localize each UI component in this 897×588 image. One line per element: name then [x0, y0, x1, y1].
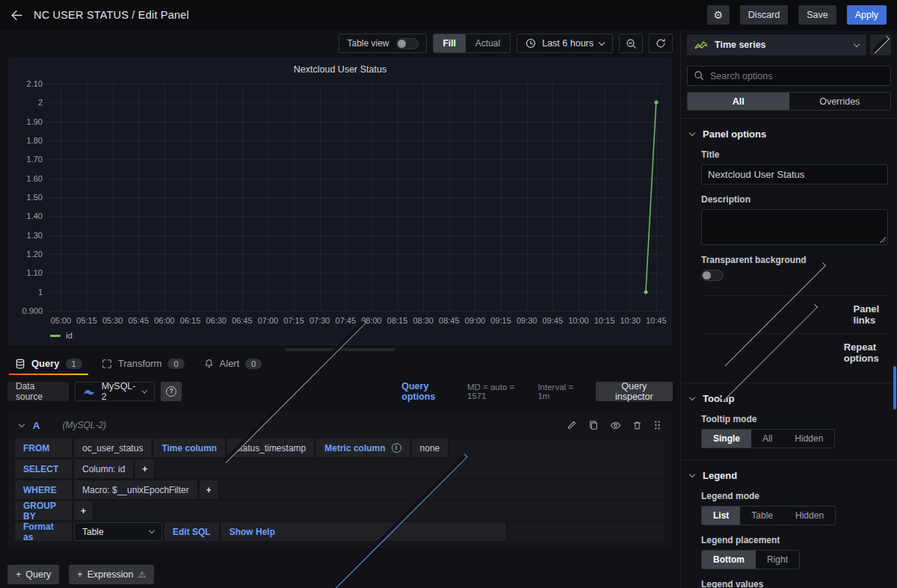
edit-pencil-icon[interactable]: [567, 420, 577, 430]
back-arrow-icon[interactable]: [10, 9, 23, 22]
plot-inner: [47, 84, 663, 311]
repeat-options-row[interactable]: Repeat options: [701, 333, 888, 371]
panel-description-textarea[interactable]: [701, 209, 888, 245]
query-row-header[interactable]: A (MySQL-2): [15, 414, 665, 436]
legend-placement-right[interactable]: Right: [756, 551, 799, 569]
y-tick-label: 1: [38, 288, 43, 297]
discard-button[interactable]: Discard: [740, 5, 788, 25]
x-tick-label: 07:15: [283, 316, 304, 325]
time-range-picker[interactable]: Last 6 hours: [517, 34, 613, 53]
panel-title-input[interactable]: [701, 164, 888, 185]
chevron-down-icon: [142, 387, 148, 393]
add-query-button[interactable]: + Query: [7, 565, 59, 584]
query-options-row: Query options MD = auto = 1571 Interval …: [195, 381, 584, 402]
plus-icon: +: [206, 485, 212, 495]
show-help-button[interactable]: Show Help: [221, 522, 506, 541]
options-scroll-area[interactable]: Panel options Title Description Transpar…: [681, 118, 897, 588]
where-macro-value[interactable]: Macro: $__unixEpochFilter: [74, 480, 197, 499]
settings-gear-button[interactable]: ⚙: [707, 5, 730, 25]
refresh-button[interactable]: [649, 34, 673, 53]
collapse-pane-button[interactable]: [870, 34, 891, 55]
scrollbar-thumb[interactable]: [893, 366, 896, 409]
legend-series-label[interactable]: id: [66, 331, 73, 340]
hide-eye-icon[interactable]: [610, 420, 621, 431]
from-table-value[interactable]: oc_user_status: [74, 439, 151, 457]
tab-all[interactable]: All: [688, 93, 789, 110]
info-circle-icon: i: [392, 443, 401, 453]
duplicate-copy-icon[interactable]: [588, 420, 599, 430]
main-area: Table view Fill Actual Last 6 hours: [0, 30, 897, 588]
drag-handle-icon[interactable]: [653, 420, 661, 430]
tab-overrides[interactable]: Overrides: [789, 93, 891, 110]
table-view-toggle[interactable]: [396, 38, 419, 49]
tooltip-header[interactable]: Tooltip: [690, 393, 888, 404]
all-overrides-tabs: All Overrides: [687, 92, 891, 111]
groupby-add-button[interactable]: +: [74, 501, 93, 520]
metric-column-value[interactable]: none: [412, 439, 449, 457]
delete-trash-icon[interactable]: [632, 421, 642, 430]
edit-sql-button[interactable]: Edit SQL: [164, 522, 219, 541]
tab-alert[interactable]: Alert 0: [197, 355, 270, 375]
metric-column-label[interactable]: Metric column i: [316, 439, 409, 457]
tab-alert-label: Alert: [220, 358, 240, 369]
toggle-knob: [703, 271, 711, 279]
apply-button[interactable]: Apply: [847, 5, 887, 25]
legend-mode-group: List Table Hidden: [701, 506, 836, 525]
search-options-input[interactable]: [687, 66, 891, 86]
save-button[interactable]: Save: [798, 5, 836, 25]
sql-where-row: WHERE Macro: $__unixEpochFilter +: [15, 480, 665, 499]
x-tick-label: 08:30: [413, 316, 434, 325]
x-tick-label: 06:30: [206, 316, 226, 325]
data-point[interactable]: [654, 101, 658, 105]
query-options-link[interactable]: Query options: [401, 381, 460, 402]
legend-header[interactable]: Legend: [690, 470, 888, 481]
where-add-button[interactable]: +: [200, 480, 218, 499]
x-tick-label: 10:15: [594, 316, 615, 325]
left-column: Table view Fill Actual Last 6 hours: [0, 30, 680, 588]
time-column-label[interactable]: Time column: [153, 439, 225, 457]
legend-series-color: [50, 335, 61, 337]
x-tick-label: 08:45: [439, 316, 460, 325]
select-column-value[interactable]: Column: id: [74, 459, 133, 478]
panel-options-title: Panel options: [703, 129, 766, 140]
toggle-knob: [398, 40, 406, 48]
legend-mode-table[interactable]: Table: [740, 507, 784, 524]
series-line-svg: [47, 84, 663, 311]
actual-option[interactable]: Actual: [466, 34, 510, 52]
tooltip-content: Tooltip mode Single All Hidden: [690, 414, 888, 448]
visualization-picker[interactable]: Time series: [687, 34, 866, 55]
max-data-points-text: MD = auto = 1571: [467, 383, 530, 400]
x-axis-labels: 05:0005:1505:3005:4506:0006:1506:3006:45…: [47, 311, 663, 329]
transparent-background-toggle[interactable]: [701, 270, 724, 281]
zoom-out-button[interactable]: [619, 34, 643, 53]
data-point[interactable]: [644, 290, 647, 294]
y-tick-label: 1.70: [27, 155, 43, 164]
x-tick-label: 09:45: [543, 316, 564, 325]
format-as-row: Format as Table Edit SQL Show Help: [15, 522, 665, 541]
tooltip-mode-single[interactable]: Single: [702, 430, 751, 448]
add-expression-button[interactable]: + Expression ⚠: [69, 565, 154, 584]
tooltip-mode-all[interactable]: All: [751, 430, 783, 448]
data-source-picker[interactable]: MySQL-2: [75, 382, 155, 401]
chevron-down-icon: [854, 40, 860, 46]
tooltip-mode-hidden[interactable]: Hidden: [783, 430, 834, 448]
legend-mode-hidden[interactable]: Hidden: [784, 507, 835, 524]
collapse-chevron-icon[interactable]: [19, 421, 25, 427]
add-query-label: Query: [25, 569, 51, 580]
legend-mode-list[interactable]: List: [702, 507, 740, 524]
fill-option[interactable]: Fill: [434, 34, 466, 52]
x-tick-label: 08:15: [387, 316, 408, 325]
tab-transform[interactable]: Transform 0: [94, 355, 192, 375]
plot-area[interactable]: [47, 78, 663, 311]
select-add-button[interactable]: +: [135, 459, 154, 478]
x-tick-label: 10:45: [646, 316, 667, 325]
query-inspector-button[interactable]: Query inspector: [596, 382, 673, 401]
tab-query[interactable]: Query 1: [7, 355, 90, 375]
data-source-help-button[interactable]: ?: [161, 382, 182, 401]
format-as-select[interactable]: Table: [74, 522, 162, 541]
query-datasource-hint: (MySQL-2): [62, 420, 106, 430]
warning-triangle-icon: ⚠: [138, 569, 147, 580]
panel-options-header[interactable]: Panel options: [690, 129, 888, 140]
legend-placement-bottom[interactable]: Bottom: [702, 551, 756, 569]
section-panel-options: Panel options Title Description Transpar…: [681, 118, 897, 383]
